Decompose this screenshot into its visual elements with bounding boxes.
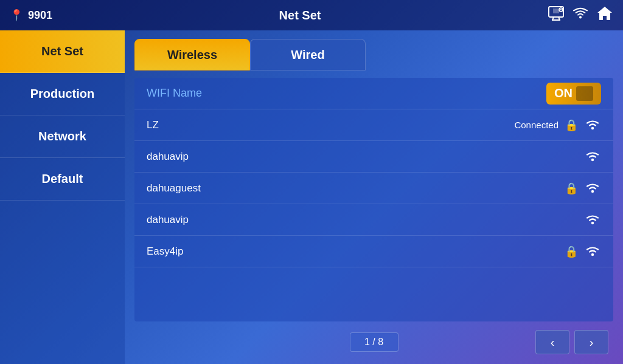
- wifi-signal-4: [584, 242, 601, 260]
- sidebar-label-production: Production: [30, 87, 95, 101]
- wifi-toggle-button[interactable]: ON: [546, 83, 601, 105]
- home-icon[interactable]: [596, 5, 613, 25]
- location-icon: 📍: [10, 9, 23, 22]
- next-page-button[interactable]: ›: [574, 330, 608, 354]
- wifi-row-3[interactable]: dahuavip: [134, 204, 613, 236]
- lock-icon-0: 🔒: [565, 118, 578, 132]
- wifi-header-row: WIFI Name ON: [134, 78, 613, 109]
- pagination: 1 / 8 ‹ ›: [134, 329, 613, 355]
- wifi-list: WIFI Name ON LZ Connected 🔒: [134, 78, 613, 321]
- next-icon: ›: [590, 335, 594, 349]
- svg-point-8: [591, 127, 594, 129]
- tab-wireless-label: Wireless: [167, 48, 217, 62]
- header-title: Net Set: [279, 9, 321, 22]
- sidebar-label-net-set: Net Set: [41, 44, 83, 58]
- sidebar-item-default[interactable]: Default: [0, 158, 125, 201]
- wifi-ssid-4: Easy4ip: [147, 246, 565, 258]
- svg-point-7: [579, 16, 582, 19]
- svg-point-12: [591, 253, 594, 256]
- svg-point-11: [591, 222, 594, 224]
- tab-wireless[interactable]: Wireless: [134, 39, 250, 70]
- header-left: 📍 9901: [10, 9, 52, 22]
- wifi-header-icon[interactable]: [572, 6, 589, 24]
- content-area: Wireless Wired WIFI Name ON LZ Connected…: [125, 30, 623, 364]
- wifi-row-1[interactable]: dahuavip: [134, 141, 613, 173]
- wifi-ssid-0: LZ: [147, 119, 514, 131]
- wifi-ssid-2: dahuaguest: [147, 182, 565, 194]
- wifi-signal-3: [584, 211, 601, 228]
- wifi-ssid-1: dahuavip: [147, 151, 584, 163]
- tab-bar: Wireless Wired: [134, 39, 613, 70]
- device-id: 9901: [28, 9, 52, 22]
- tab-wired[interactable]: Wired: [250, 39, 366, 70]
- lock-icon-4: 🔒: [565, 245, 578, 258]
- monitor-icon[interactable]: [548, 6, 565, 24]
- prev-icon: ‹: [551, 335, 555, 349]
- sidebar-item-production[interactable]: Production: [0, 73, 125, 115]
- wifi-row-4[interactable]: Easy4ip 🔒: [134, 236, 613, 267]
- toggle-on-label: ON: [554, 86, 573, 100]
- wifi-signal-0: [584, 116, 601, 134]
- wifi-name-label: WIFI Name: [147, 87, 546, 100]
- wifi-signal-1: [584, 148, 601, 165]
- svg-point-10: [591, 190, 594, 193]
- wifi-signal-2: [584, 179, 601, 197]
- tab-wired-label: Wired: [291, 48, 324, 62]
- prev-page-button[interactable]: ‹: [535, 330, 569, 354]
- header: 📍 9901 Net Set: [0, 0, 623, 30]
- wifi-status-0: Connected: [514, 120, 559, 130]
- page-info: 1 / 8: [350, 332, 399, 352]
- svg-point-9: [591, 159, 594, 161]
- lock-icon-2: 🔒: [565, 182, 578, 195]
- wifi-row-2[interactable]: dahuaguest 🔒: [134, 173, 613, 204]
- main-layout: Net Set Production Network Default Wirel…: [0, 30, 623, 364]
- wifi-ssid-3: dahuavip: [147, 214, 584, 226]
- sidebar-label-network: Network: [38, 129, 86, 143]
- sidebar-item-network[interactable]: Network: [0, 115, 125, 158]
- svg-point-6: [560, 9, 562, 10]
- svg-rect-1: [553, 9, 559, 13]
- toggle-indicator: [576, 86, 593, 101]
- wifi-row-0[interactable]: LZ Connected 🔒: [134, 109, 613, 141]
- header-right: [548, 5, 613, 25]
- sidebar: Net Set Production Network Default: [0, 30, 125, 364]
- sidebar-label-default: Default: [42, 172, 83, 186]
- sidebar-item-net-set[interactable]: Net Set: [0, 30, 125, 73]
